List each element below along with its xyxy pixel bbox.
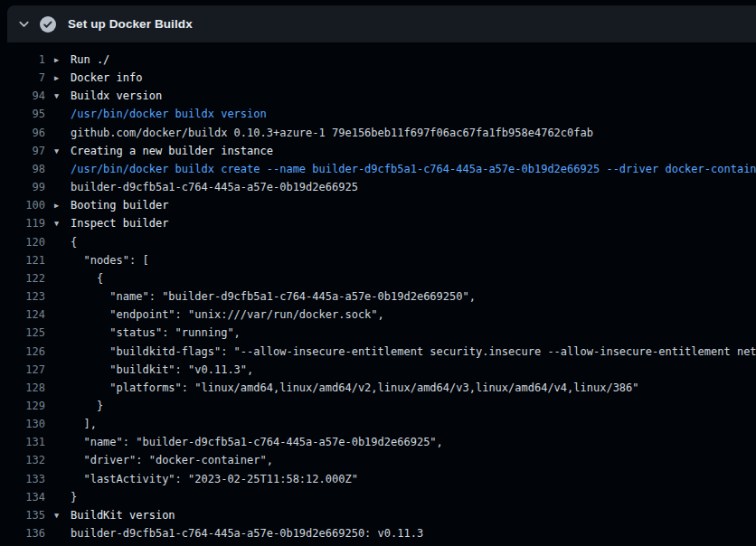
log-text: /usr/bin/docker buildx create --name bui…: [71, 163, 756, 175]
line-number[interactable]: 124: [0, 306, 45, 324]
log-line[interactable]: 100▶Booting builder: [0, 196, 756, 214]
line-number[interactable]: 132: [0, 451, 45, 469]
log-text: BuildKit version: [71, 509, 175, 522]
log-line: 125 "status": "running",: [0, 324, 756, 342]
log-line: 122 {: [0, 269, 756, 287]
log-text: "name": "builder-d9cfb5a1-c764-445a-a57e…: [71, 290, 476, 303]
log-text: "endpoint": "unix:///var/run/docker.sock…: [71, 308, 384, 321]
log-text: "nodes": [: [71, 254, 149, 267]
log-line: 124 "endpoint": "unix:///var/run/docker.…: [0, 306, 756, 324]
log-lines: 1▶Run ./7▶Docker info94▼Buildx version95…: [0, 42, 756, 542]
log-line[interactable]: 97▼Creating a new builder instance: [0, 142, 756, 160]
log-line: 131 "name": "builder-d9cfb5a1-c764-445a-…: [0, 433, 756, 451]
log-text: github.com/docker/buildx 0.10.3+azure-1 …: [71, 127, 593, 139]
line-number[interactable]: 135: [0, 506, 45, 524]
expand-group-icon[interactable]: ▶: [54, 51, 71, 69]
log-line: 134}: [0, 488, 756, 506]
line-number[interactable]: 136: [0, 524, 45, 542]
log-line[interactable]: 135▼BuildKit version: [0, 506, 756, 524]
log-text: ],: [71, 418, 97, 430]
line-number[interactable]: 95: [0, 105, 45, 123]
collapse-group-icon[interactable]: ▼: [54, 506, 71, 524]
log-text: }: [71, 400, 103, 412]
log-line[interactable]: 1▶Run ./: [0, 51, 756, 69]
log-line: 126 "buildkitd-flags": "--allow-insecure…: [0, 343, 756, 361]
log-line[interactable]: 7▶Docker info: [0, 69, 756, 87]
log-text: Buildx version: [71, 89, 162, 102]
log-text: "driver": "docker-container",: [71, 454, 273, 466]
expand-group-icon[interactable]: ▶: [54, 196, 71, 214]
chevron-down-icon[interactable]: [17, 17, 31, 32]
line-number[interactable]: 131: [0, 433, 45, 451]
line-number[interactable]: 122: [0, 269, 45, 287]
line-number[interactable]: 97: [0, 142, 45, 160]
log-line: 123 "name": "builder-d9cfb5a1-c764-445a-…: [0, 287, 756, 306]
line-number[interactable]: 126: [0, 343, 45, 361]
line-number[interactable]: 127: [0, 361, 45, 379]
log-text: "lastActivity": "2023-02-25T11:58:12.000…: [71, 473, 358, 485]
log-text: /usr/bin/docker buildx version: [71, 108, 267, 120]
line-number[interactable]: 130: [0, 415, 45, 433]
log-line[interactable]: 119▼Inspect builder: [0, 214, 756, 232]
collapse-group-icon[interactable]: ▼: [54, 87, 71, 105]
collapse-group-icon[interactable]: ▼: [54, 142, 71, 160]
log-line: 95/usr/bin/docker buildx version: [0, 105, 756, 123]
log-text: Creating a new builder instance: [71, 145, 273, 157]
log-text: {: [71, 236, 77, 249]
log-text: Booting builder: [71, 199, 168, 212]
line-number[interactable]: 128: [0, 379, 45, 397]
log-text: "name": "builder-d9cfb5a1-c764-445a-a57e…: [71, 436, 443, 448]
line-number[interactable]: 7: [0, 69, 45, 87]
line-number[interactable]: 121: [0, 251, 45, 269]
log-text: builder-d9cfb5a1-c764-445a-a57e-0b19d2e6…: [71, 181, 358, 193]
line-number[interactable]: 120: [0, 233, 45, 251]
log-line: 127 "buildkit": "v0.11.3",: [0, 361, 756, 379]
line-number[interactable]: 1: [0, 51, 45, 69]
log-line: 128 "platforms": "linux/amd64,linux/amd6…: [0, 379, 756, 397]
log-line: 98/usr/bin/docker buildx create --name b…: [0, 160, 756, 178]
log-line[interactable]: 94▼Buildx version: [0, 87, 756, 105]
log-text: Docker info: [71, 71, 142, 84]
log-line: 129 }: [0, 397, 756, 415]
log-line: 130 ],: [0, 415, 756, 433]
log-text: "buildkit": "v0.11.3",: [71, 363, 253, 376]
log-text: Run ./: [71, 53, 109, 66]
log-line: 133 "lastActivity": "2023-02-25T11:58:12…: [0, 470, 756, 488]
log-text: Inspect builder: [71, 217, 168, 230]
log-text: "status": "running",: [71, 326, 241, 339]
log-line: 99builder-d9cfb5a1-c764-445a-a57e-0b19d2…: [0, 178, 756, 196]
expand-group-icon[interactable]: ▶: [54, 69, 71, 87]
line-number[interactable]: 99: [0, 178, 45, 196]
step-header[interactable]: Set up Docker Buildx: [7, 5, 756, 42]
log-line: 132 "driver": "docker-container",: [0, 451, 756, 469]
log-text: }: [71, 491, 77, 504]
line-number[interactable]: 129: [0, 397, 45, 415]
log-line: 120{: [0, 233, 756, 251]
line-number[interactable]: 98: [0, 160, 45, 178]
line-number[interactable]: 125: [0, 324, 45, 342]
line-number[interactable]: 133: [0, 470, 45, 488]
log-line: 96github.com/docker/buildx 0.10.3+azure-…: [0, 124, 756, 142]
log-text: {: [71, 272, 103, 285]
log-text: "buildkitd-flags": "--allow-insecure-ent…: [71, 345, 756, 358]
line-number[interactable]: 134: [0, 488, 45, 506]
collapse-group-icon[interactable]: ▼: [54, 214, 71, 232]
log-text: "platforms": "linux/amd64,linux/amd64/v2…: [71, 381, 639, 394]
log-line: 136builder-d9cfb5a1-c764-445a-a57e-0b19d…: [0, 524, 756, 542]
line-number[interactable]: 94: [0, 87, 45, 105]
log-line: 121 "nodes": [: [0, 251, 756, 269]
line-number[interactable]: 119: [0, 214, 45, 232]
line-number[interactable]: 123: [0, 287, 45, 306]
line-number[interactable]: 96: [0, 124, 45, 142]
step-title: Set up Docker Buildx: [68, 17, 193, 31]
success-check-icon: [40, 16, 56, 33]
line-number[interactable]: 100: [0, 196, 45, 214]
log-text: builder-d9cfb5a1-c764-445a-a57e-0b19d2e6…: [71, 527, 423, 540]
